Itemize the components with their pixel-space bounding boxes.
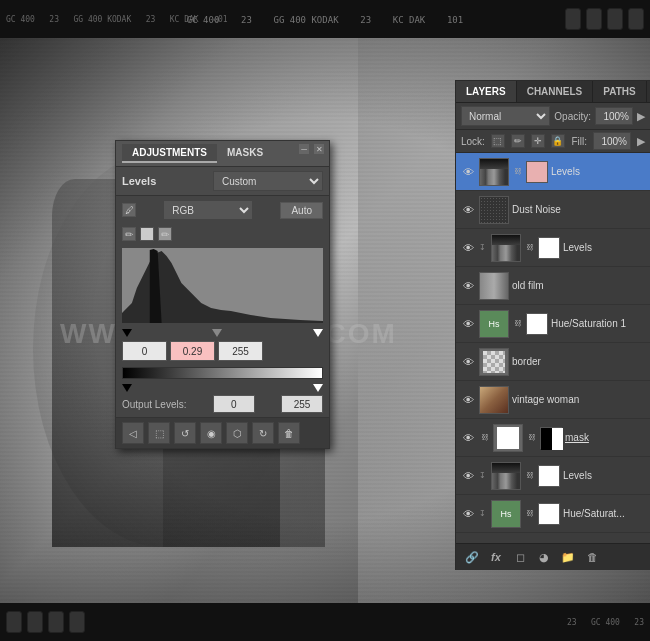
selection-tool-button[interactable]: ⬚ <box>148 422 170 444</box>
input-gray-field[interactable]: 0.29 <box>170 341 215 361</box>
film-label-bottom: 23 GC 400 23 <box>90 618 644 627</box>
adj-bottom-toolbar: ◁ ⬚ ↺ ◉ ⬡ ↻ 🗑 <box>116 417 329 448</box>
channel-select[interactable]: RGB Red Green Blue <box>163 200 253 220</box>
midpoint-slider[interactable] <box>212 329 222 337</box>
preset-select[interactable]: Custom Default <box>213 171 323 191</box>
add-mask-button[interactable]: ◻ <box>510 548 530 566</box>
fx-button[interactable]: fx <box>486 548 506 566</box>
layer-item[interactable]: 👁 border <box>456 343 650 381</box>
layer-visibility-eye[interactable]: 👁 <box>460 164 476 180</box>
adjustment-button[interactable]: ◕ <box>534 548 554 566</box>
layer-item[interactable]: 👁 Hs ⛓ Hue/Saturation 1 <box>456 305 650 343</box>
opacity-arrow[interactable]: ▶ <box>637 110 645 123</box>
layer-visibility-eye[interactable]: 👁 <box>460 316 476 332</box>
layer-item[interactable]: 👁 ↧ ⛓ Levels <box>456 457 650 495</box>
tab-channels[interactable]: CHANNELS <box>517 81 594 102</box>
opacity-input[interactable]: 100% <box>595 107 633 125</box>
auto-button[interactable]: Auto <box>280 202 323 219</box>
close-button[interactable]: ✕ <box>313 143 325 155</box>
layer-chain-icon[interactable]: ⛓ <box>512 318 524 330</box>
histogram-area <box>122 248 323 323</box>
eyedrop-black-icon[interactable]: 🖊 <box>122 203 136 217</box>
tab-layers[interactable]: LAYERS <box>456 81 517 102</box>
fill-input[interactable]: 100% <box>593 132 631 150</box>
tab-masks[interactable]: MASKS <box>217 144 273 163</box>
layer-item[interactable]: 👁 ↧ ⛓ Levels <box>456 229 650 267</box>
layer-name: Levels <box>563 470 646 481</box>
prev-button[interactable]: ◁ <box>122 422 144 444</box>
eyedrop-white-icon[interactable]: ✏ <box>140 227 154 241</box>
layer-thumbnail: Hs <box>491 500 521 528</box>
layer-thumbnail <box>491 234 521 262</box>
refresh-button[interactable]: ↻ <box>252 422 274 444</box>
output-inputs-row: Output Levels: 0 255 <box>122 395 323 413</box>
lock-image-icon[interactable]: ✏ <box>511 134 525 148</box>
layer-chain-icon[interactable]: ⛓ <box>524 242 536 254</box>
layer-chain-icon[interactable]: ⛓ <box>512 166 524 178</box>
layer-visibility-eye[interactable]: 👁 <box>460 240 476 256</box>
reset-button[interactable]: ↺ <box>174 422 196 444</box>
layer-visibility-eye[interactable]: 👁 <box>460 468 476 484</box>
minimize-button[interactable]: ─ <box>298 143 310 155</box>
layer-item[interactable]: 👁 vintage woman <box>456 381 650 419</box>
link-layers-button[interactable]: 🔗 <box>462 548 482 566</box>
layer-thumbnail: Hs <box>479 310 509 338</box>
opacity-label: Opacity: <box>554 111 591 122</box>
layer-visibility-eye[interactable]: 👁 <box>460 354 476 370</box>
tab-adjustments[interactable]: ADJUSTMENTS <box>122 144 217 163</box>
layer-chain-icon[interactable]: ⛓ <box>524 470 536 482</box>
output-gradient <box>122 367 323 379</box>
lock-row: Lock: ⬚ ✏ ✛ 🔒 Fill: 100% ▶ <box>456 130 650 153</box>
group-button[interactable]: 📁 <box>558 548 578 566</box>
input-white-field[interactable]: 255 <box>218 341 263 361</box>
layer-mask-thumbnail <box>540 427 562 449</box>
levels-label: Levels <box>122 175 156 187</box>
lock-transparent-icon[interactable]: ⬚ <box>491 134 505 148</box>
delete-layer-button[interactable]: 🗑 <box>582 548 602 566</box>
tab-paths[interactable]: PATHS <box>593 81 646 102</box>
lock-label: Lock: <box>461 136 485 147</box>
mask-view-button[interactable]: ⬡ <box>226 422 248 444</box>
output-white-field[interactable]: 255 <box>281 395 323 413</box>
layer-visibility-eye[interactable]: 👁 <box>460 278 476 294</box>
visibility-button[interactable]: ◉ <box>200 422 222 444</box>
layer-item[interactable]: 👁 ⛓ Levels <box>456 153 650 191</box>
layer-item[interactable]: 👁 ⛓ ⛓ mask <box>456 419 650 457</box>
clip-arrow-icon: ↧ <box>479 509 491 518</box>
layer-visibility-eye[interactable]: 👁 <box>460 430 476 446</box>
output-white-slider[interactable] <box>313 384 323 392</box>
lock-all-icon[interactable]: 🔒 <box>551 134 565 148</box>
blend-mode-row: Normal Multiply Screen Opacity: 100% ▶ <box>456 103 650 130</box>
output-black-field[interactable]: 0 <box>213 395 255 413</box>
layer-thumbnail <box>493 424 523 452</box>
output-levels-section: Output Levels: 0 255 <box>116 365 329 417</box>
layer-chain-icon[interactable]: ⛓ <box>526 432 538 444</box>
layer-name: Levels <box>563 242 646 253</box>
lock-move-icon[interactable]: ✛ <box>531 134 545 148</box>
layer-thumbnail <box>479 386 509 414</box>
eyedrop-gray-icon[interactable]: ✏ <box>158 227 172 241</box>
layer-item[interactable]: 👁 ↧ Hs ⛓ Hue/Saturat... <box>456 495 650 533</box>
eyedrop-sample-icon[interactable]: ✏ <box>122 227 136 241</box>
layer-visibility-eye[interactable]: 👁 <box>460 506 476 522</box>
white-point-slider[interactable] <box>313 329 323 337</box>
fill-arrow[interactable]: ▶ <box>637 135 645 148</box>
output-black-slider[interactable] <box>122 384 132 392</box>
layer-name: border <box>512 356 646 367</box>
layer-thumbnail <box>479 272 509 300</box>
input-black-field[interactable]: 0 <box>122 341 167 361</box>
layer-item[interactable]: 👁 old film <box>456 267 650 305</box>
layer-visibility-eye[interactable]: 👁 <box>460 392 476 408</box>
layer-chain-icon[interactable]: ⛓ <box>524 508 536 520</box>
layer-chain-icon[interactable]: ⛓ <box>479 432 491 444</box>
layer-item[interactable]: 👁 Dust Noise <box>456 191 650 229</box>
layer-visibility-eye[interactable]: 👁 <box>460 202 476 218</box>
delete-button[interactable]: 🗑 <box>278 422 300 444</box>
layer-name: old film <box>512 280 646 291</box>
panel-tabs: LAYERS CHANNELS PATHS <box>456 81 650 103</box>
eyedropper-row: ✏ ✏ ✏ <box>116 224 329 244</box>
layer-thumbnail <box>479 348 509 376</box>
blend-mode-select[interactable]: Normal Multiply Screen <box>461 106 550 126</box>
black-point-slider[interactable] <box>122 329 132 337</box>
adj-tabs: ADJUSTMENTS MASKS <box>122 144 273 163</box>
